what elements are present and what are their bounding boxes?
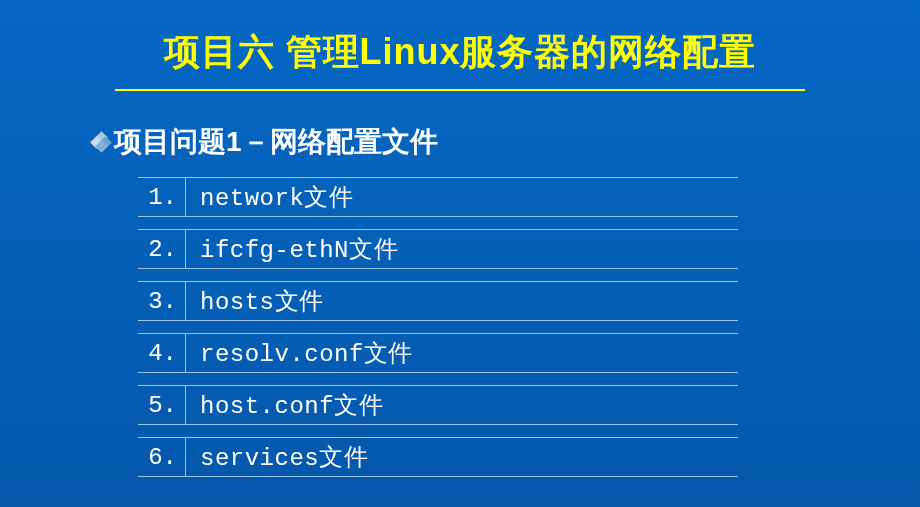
list-number: 2. xyxy=(138,230,186,268)
list-number: 1. xyxy=(138,178,186,216)
list-item: 6. services文件 xyxy=(138,437,738,477)
slide-title: 项目六 管理Linux服务器的网络配置 xyxy=(115,0,805,91)
list-text: network文件 xyxy=(186,181,353,213)
list-number: 6. xyxy=(138,438,186,476)
list-item: 4. resolv.conf文件 xyxy=(138,333,738,373)
list-text: host.conf文件 xyxy=(186,389,383,421)
list-item: 1. network文件 xyxy=(138,177,738,217)
list-text: services文件 xyxy=(186,441,368,473)
list-text: resolv.conf文件 xyxy=(186,337,413,369)
list-text: ifcfg-ethN文件 xyxy=(186,233,398,265)
subtitle-text: 项目问题1－网络配置文件 xyxy=(114,123,438,161)
list-number: 5. xyxy=(138,386,186,424)
list-container: 1. network文件 2. ifcfg-ethN文件 3. hosts文件 … xyxy=(138,177,920,477)
list-number: 4. xyxy=(138,334,186,372)
bullet-diamond-icon xyxy=(92,133,110,151)
subtitle-row: 项目问题1－网络配置文件 xyxy=(92,123,920,161)
list-item: 5. host.conf文件 xyxy=(138,385,738,425)
list-number: 3. xyxy=(138,282,186,320)
list-item: 2. ifcfg-ethN文件 xyxy=(138,229,738,269)
list-text: hosts文件 xyxy=(186,285,324,317)
list-item: 3. hosts文件 xyxy=(138,281,738,321)
